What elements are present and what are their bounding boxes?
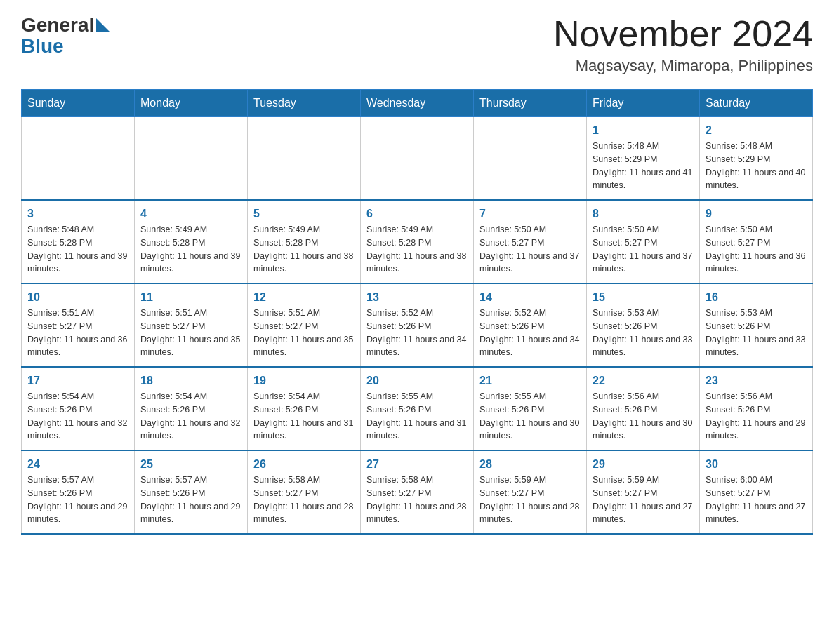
calendar-week-row: 3Sunrise: 5:48 AMSunset: 5:28 PMDaylight… (22, 200, 813, 283)
logo-arrow-icon (96, 18, 110, 32)
calendar-cell: 26Sunrise: 5:58 AMSunset: 5:27 PMDayligh… (248, 450, 361, 534)
weekday-header-wednesday: Wednesday (361, 90, 474, 117)
weekday-header-thursday: Thursday (474, 90, 587, 117)
day-info: Sunrise: 5:50 AMSunset: 5:27 PMDaylight:… (706, 223, 807, 276)
day-info: Sunrise: 5:49 AMSunset: 5:28 PMDaylight:… (253, 223, 355, 276)
day-number: 1 (593, 124, 694, 137)
day-number: 21 (479, 375, 581, 387)
day-number: 16 (706, 291, 807, 304)
calendar-cell: 9Sunrise: 5:50 AMSunset: 5:27 PMDaylight… (700, 200, 813, 283)
calendar-cell: 6Sunrise: 5:49 AMSunset: 5:28 PMDaylight… (361, 200, 474, 283)
calendar-cell: 17Sunrise: 5:54 AMSunset: 5:26 PMDayligh… (22, 367, 135, 450)
day-info: Sunrise: 5:59 AMSunset: 5:27 PMDaylight:… (593, 474, 694, 526)
title-block: November 2024 Magsaysay, Mimaropa, Phili… (553, 14, 813, 75)
day-number: 24 (27, 458, 128, 471)
calendar-cell: 27Sunrise: 5:58 AMSunset: 5:27 PMDayligh… (361, 450, 474, 534)
day-number: 13 (366, 291, 468, 304)
day-number: 26 (253, 458, 355, 471)
day-info: Sunrise: 5:50 AMSunset: 5:27 PMDaylight:… (479, 223, 581, 276)
day-info: Sunrise: 5:48 AMSunset: 5:28 PMDaylight:… (27, 223, 128, 276)
calendar-week-row: 17Sunrise: 5:54 AMSunset: 5:26 PMDayligh… (22, 367, 813, 450)
day-number: 4 (140, 208, 241, 220)
calendar-cell: 28Sunrise: 5:59 AMSunset: 5:27 PMDayligh… (474, 450, 587, 534)
day-info: Sunrise: 5:52 AMSunset: 5:26 PMDaylight:… (479, 307, 581, 359)
calendar-cell: 29Sunrise: 5:59 AMSunset: 5:27 PMDayligh… (587, 450, 700, 534)
logo-blue-text: Blue (21, 35, 110, 58)
day-number: 10 (27, 291, 128, 304)
calendar-cell: 20Sunrise: 5:55 AMSunset: 5:26 PMDayligh… (361, 367, 474, 450)
weekday-header-monday: Monday (135, 90, 248, 117)
day-number: 30 (706, 458, 807, 471)
day-info: Sunrise: 5:57 AMSunset: 5:26 PMDaylight:… (140, 474, 241, 526)
calendar-cell: 7Sunrise: 5:50 AMSunset: 5:27 PMDaylight… (474, 200, 587, 283)
day-info: Sunrise: 5:58 AMSunset: 5:27 PMDaylight:… (253, 474, 355, 526)
day-info: Sunrise: 5:59 AMSunset: 5:27 PMDaylight:… (479, 474, 581, 526)
calendar-cell: 2Sunrise: 5:48 AMSunset: 5:29 PMDaylight… (700, 117, 813, 201)
day-info: Sunrise: 5:48 AMSunset: 5:29 PMDaylight:… (593, 140, 694, 192)
calendar-cell: 24Sunrise: 5:57 AMSunset: 5:26 PMDayligh… (22, 450, 135, 534)
day-info: Sunrise: 5:58 AMSunset: 5:27 PMDaylight:… (366, 474, 468, 526)
day-info: Sunrise: 5:55 AMSunset: 5:26 PMDaylight:… (366, 390, 468, 443)
day-number: 11 (140, 291, 241, 304)
day-number: 28 (479, 458, 581, 471)
calendar-cell: 22Sunrise: 5:56 AMSunset: 5:26 PMDayligh… (587, 367, 700, 450)
day-number: 6 (366, 208, 468, 220)
day-number: 9 (706, 208, 807, 220)
calendar-cell: 19Sunrise: 5:54 AMSunset: 5:26 PMDayligh… (248, 367, 361, 450)
day-info: Sunrise: 5:57 AMSunset: 5:26 PMDaylight:… (27, 474, 128, 526)
day-number: 18 (140, 375, 241, 387)
day-number: 12 (253, 291, 355, 304)
calendar-table: SundayMondayTuesdayWednesdayThursdayFrid… (21, 89, 813, 535)
logo-general-text: General (21, 14, 94, 36)
weekday-header-tuesday: Tuesday (248, 90, 361, 117)
day-info: Sunrise: 5:56 AMSunset: 5:26 PMDaylight:… (593, 390, 694, 443)
calendar-cell: 30Sunrise: 6:00 AMSunset: 5:27 PMDayligh… (700, 450, 813, 534)
calendar-cell: 14Sunrise: 5:52 AMSunset: 5:26 PMDayligh… (474, 283, 587, 367)
month-title: November 2024 (553, 14, 813, 54)
calendar-cell: 12Sunrise: 5:51 AMSunset: 5:27 PMDayligh… (248, 283, 361, 367)
calendar-week-row: 24Sunrise: 5:57 AMSunset: 5:26 PMDayligh… (22, 450, 813, 534)
page-header: General Blue November 2024 Magsaysay, Mi… (21, 14, 813, 75)
day-info: Sunrise: 5:49 AMSunset: 5:28 PMDaylight:… (140, 223, 241, 276)
day-info: Sunrise: 6:00 AMSunset: 5:27 PMDaylight:… (706, 474, 807, 526)
calendar-cell (135, 117, 248, 201)
day-number: 23 (706, 375, 807, 387)
location-subtitle: Magsaysay, Mimaropa, Philippines (553, 57, 813, 75)
calendar-cell (22, 117, 135, 201)
calendar-cell (361, 117, 474, 201)
weekday-header-sunday: Sunday (22, 90, 135, 117)
logo: General Blue (21, 14, 110, 58)
day-number: 19 (253, 375, 355, 387)
day-info: Sunrise: 5:51 AMSunset: 5:27 PMDaylight:… (140, 307, 241, 359)
day-info: Sunrise: 5:49 AMSunset: 5:28 PMDaylight:… (366, 223, 468, 276)
day-info: Sunrise: 5:55 AMSunset: 5:26 PMDaylight:… (479, 390, 581, 443)
calendar-cell (248, 117, 361, 201)
calendar-week-row: 10Sunrise: 5:51 AMSunset: 5:27 PMDayligh… (22, 283, 813, 367)
calendar-week-row: 1Sunrise: 5:48 AMSunset: 5:29 PMDaylight… (22, 117, 813, 201)
day-number: 25 (140, 458, 241, 471)
calendar-cell: 21Sunrise: 5:55 AMSunset: 5:26 PMDayligh… (474, 367, 587, 450)
weekday-header-row: SundayMondayTuesdayWednesdayThursdayFrid… (22, 90, 813, 117)
day-number: 15 (593, 291, 694, 304)
day-info: Sunrise: 5:52 AMSunset: 5:26 PMDaylight:… (366, 307, 468, 359)
day-number: 5 (253, 208, 355, 220)
day-number: 27 (366, 458, 468, 471)
day-number: 22 (593, 375, 694, 387)
day-info: Sunrise: 5:54 AMSunset: 5:26 PMDaylight:… (27, 390, 128, 443)
calendar-cell: 10Sunrise: 5:51 AMSunset: 5:27 PMDayligh… (22, 283, 135, 367)
day-info: Sunrise: 5:54 AMSunset: 5:26 PMDaylight:… (140, 390, 241, 443)
day-number: 3 (27, 208, 128, 220)
day-number: 14 (479, 291, 581, 304)
day-number: 17 (27, 375, 128, 387)
calendar-cell: 1Sunrise: 5:48 AMSunset: 5:29 PMDaylight… (587, 117, 700, 201)
day-number: 8 (593, 208, 694, 220)
calendar-cell: 25Sunrise: 5:57 AMSunset: 5:26 PMDayligh… (135, 450, 248, 534)
calendar-cell: 13Sunrise: 5:52 AMSunset: 5:26 PMDayligh… (361, 283, 474, 367)
weekday-header-saturday: Saturday (700, 90, 813, 117)
calendar-cell: 23Sunrise: 5:56 AMSunset: 5:26 PMDayligh… (700, 367, 813, 450)
calendar-cell: 8Sunrise: 5:50 AMSunset: 5:27 PMDaylight… (587, 200, 700, 283)
calendar-cell: 11Sunrise: 5:51 AMSunset: 5:27 PMDayligh… (135, 283, 248, 367)
day-number: 29 (593, 458, 694, 471)
calendar-cell: 18Sunrise: 5:54 AMSunset: 5:26 PMDayligh… (135, 367, 248, 450)
day-info: Sunrise: 5:50 AMSunset: 5:27 PMDaylight:… (593, 223, 694, 276)
